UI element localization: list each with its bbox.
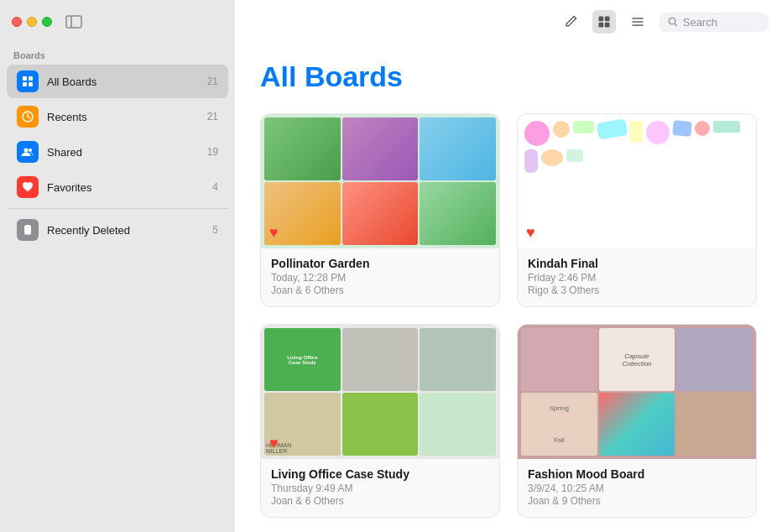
titlebar [0, 0, 235, 44]
svg-rect-17 [598, 23, 603, 28]
favorites-icon [17, 176, 39, 198]
board-date: 3/9/24, 10:25 AM [528, 482, 746, 494]
sidebar-item-count-favorites: 4 [212, 181, 218, 193]
sidebar-item-recently-deleted[interactable]: Recently Deleted 5 [7, 213, 228, 247]
board-date: Today, 12:28 PM [271, 272, 489, 284]
board-name: Fashion Mood Board [528, 467, 746, 481]
board-info: Pollinator Garden Today, 12:28 PM Joan &… [261, 248, 499, 306]
board-thumbnail-pollinator: ♥ [261, 114, 499, 248]
sidebar-item-all-boards[interactable]: All Boards 21 [7, 65, 228, 98]
svg-rect-15 [598, 16, 603, 21]
board-card-kindah-final[interactable]: ♥ Kindah Final Friday 2:46 PM Rigo & 3 O… [517, 113, 757, 307]
sidebar-item-label-favorites: Favorites [47, 181, 204, 194]
search-icon [668, 16, 678, 28]
board-name: Pollinator Garden [271, 257, 489, 270]
fashion-thumb-cell [521, 328, 597, 391]
sidebar-item-label-shared: Shared [47, 146, 199, 159]
minimize-button[interactable] [27, 17, 37, 27]
thumb-cell [420, 182, 496, 245]
maximize-button[interactable] [42, 17, 52, 27]
page-title: All Boards [260, 60, 757, 93]
sidebar-item-count-recently-deleted: 5 [212, 224, 218, 236]
svg-line-23 [675, 23, 677, 26]
fashion-thumb-cell: SpringFall [521, 393, 597, 456]
recents-icon [17, 106, 39, 128]
sidebar: Boards All Boards 21 Recents 21 [0, 0, 235, 532]
kindah-shape [713, 121, 740, 133]
office-thumb-cell [420, 393, 496, 456]
board-collaborators: Joan & 6 Others [271, 284, 489, 296]
svg-rect-11 [24, 226, 31, 227]
svg-rect-3 [29, 76, 33, 81]
shared-icon [17, 141, 39, 163]
sidebar-divider [7, 208, 228, 209]
favorite-button-kindah[interactable]: ♥ [526, 224, 535, 242]
board-card-living-office[interactable]: Living OfficeCase Study HERMANMILLER ♥ L… [260, 324, 500, 518]
fashion-thumb-cell: CapsuleCollection [599, 328, 675, 391]
main-content-area: All Boards ♥ Pollinator Garden Today, 12… [235, 0, 782, 532]
sidebar-section-label: Boards [0, 44, 235, 64]
office-thumb-cell [420, 328, 496, 391]
sidebar-item-count-shared: 19 [207, 146, 218, 158]
svg-rect-16 [605, 16, 610, 21]
recently-deleted-icon [17, 219, 39, 241]
kindah-shape [553, 121, 570, 138]
kindah-shape [573, 121, 594, 133]
sidebar-item-shared[interactable]: Shared 19 [7, 135, 228, 169]
board-date: Thursday 9:49 AM [271, 482, 489, 494]
thumb-cell [342, 182, 419, 245]
board-collaborators: Joan & 6 Others [271, 495, 489, 507]
compose-button[interactable] [559, 10, 582, 34]
kindah-shape [672, 120, 691, 137]
svg-point-22 [669, 18, 675, 24]
thumb-cell [342, 117, 419, 180]
board-thumbnail-kindah: ♥ [518, 114, 756, 248]
sidebar-item-count-all-boards: 21 [207, 76, 218, 87]
all-boards-icon [17, 70, 39, 92]
search-input[interactable] [683, 16, 760, 29]
sidebar-item-recents[interactable]: Recents 21 [7, 100, 228, 133]
board-info: Fashion Mood Board 3/9/24, 10:25 AM Joan… [518, 459, 756, 517]
board-info: Living Office Case Study Thursday 9:49 A… [261, 459, 499, 517]
svg-rect-5 [29, 82, 33, 86]
thumb-cell [420, 117, 496, 180]
svg-rect-0 [66, 16, 81, 28]
office-thumb-cell: Living OfficeCase Study [264, 328, 341, 391]
board-thumbnail-fashion: CapsuleCollection SpringFall [518, 325, 756, 459]
sidebar-item-label-recently-deleted: Recently Deleted [47, 224, 204, 237]
board-info: Kindah Final Friday 2:46 PM Rigo & 3 Oth… [518, 248, 756, 306]
svg-rect-18 [605, 23, 610, 28]
favorite-button-office[interactable]: ♥ [269, 435, 279, 452]
favorite-button-pollinator[interactable]: ♥ [269, 224, 279, 242]
board-card-fashion-mood[interactable]: CapsuleCollection SpringFall Fashion Moo… [517, 324, 757, 518]
boards-grid: ♥ Pollinator Garden Today, 12:28 PM Joan… [260, 113, 757, 518]
kindah-shape [695, 121, 710, 136]
boards-content: All Boards ♥ Pollinator Garden Today, 12… [235, 44, 782, 532]
board-card-pollinator-garden[interactable]: ♥ Pollinator Garden Today, 12:28 PM Joan… [260, 113, 500, 307]
board-name: Kindah Final [528, 257, 746, 270]
list-view-button[interactable] [626, 10, 649, 34]
office-thumb-cell [342, 393, 419, 456]
board-collaborators: Rigo & 3 Others [528, 284, 746, 296]
svg-rect-4 [23, 82, 27, 86]
sidebar-item-favorites[interactable]: Favorites 4 [7, 170, 228, 204]
board-date: Friday 2:46 PM [528, 272, 746, 284]
close-button[interactable] [12, 17, 22, 27]
sidebar-item-label-recents: Recents [47, 111, 199, 123]
fashion-thumb-cell [676, 393, 753, 456]
fashion-thumb-cell [676, 328, 753, 391]
board-collaborators: Joan & 9 Others [528, 495, 746, 507]
svg-point-9 [24, 149, 29, 153]
thumb-cell [264, 117, 341, 180]
kindah-shape [597, 118, 628, 140]
grid-view-button[interactable] [592, 10, 616, 34]
board-thumbnail-office: Living OfficeCase Study HERMANMILLER ♥ [261, 325, 499, 459]
board-name: Living Office Case Study [271, 467, 489, 481]
sidebar-toggle-button[interactable] [65, 15, 82, 29]
kindah-shape [630, 121, 643, 142]
kindah-shape [524, 121, 550, 146]
kindah-shape [646, 121, 670, 144]
sidebar-item-count-recents: 21 [207, 111, 218, 123]
traffic-lights [12, 17, 52, 27]
search-container[interactable] [659, 13, 769, 32]
